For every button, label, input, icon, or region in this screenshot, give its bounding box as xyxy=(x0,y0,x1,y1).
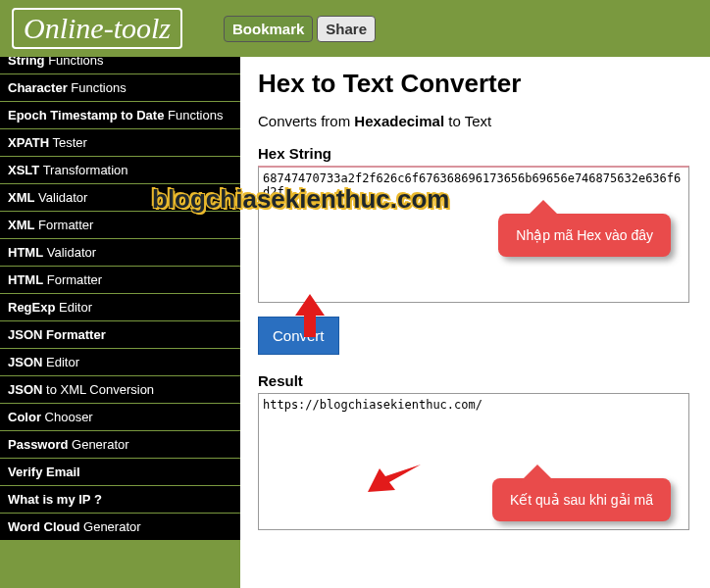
subtitle-suffix: to Text xyxy=(444,113,491,129)
result-label: Result xyxy=(258,372,692,389)
subtitle: Converts from Hexadecimal to Text xyxy=(258,113,692,129)
subtitle-prefix: Converts from xyxy=(258,113,354,129)
content: String FunctionsCharacter FunctionsEpoch… xyxy=(0,57,710,588)
logo[interactable]: Online-toolz xyxy=(12,8,182,49)
sidebar-item[interactable]: Password Generator xyxy=(0,431,240,459)
sidebar-item[interactable]: HTML Validator xyxy=(0,239,240,267)
hex-label: Hex String xyxy=(258,145,692,162)
sidebar-item[interactable]: JSON Editor xyxy=(0,349,240,376)
sidebar-item[interactable]: Word Cloud Generator xyxy=(0,514,240,541)
header-buttons: Bookmark Share xyxy=(224,16,376,42)
callout-result: Kết quả sau khi gải mã xyxy=(492,478,671,521)
main-panel: Hex to Text Converter Converts from Hexa… xyxy=(240,57,710,588)
sidebar-item[interactable]: XPATH Tester xyxy=(0,129,240,157)
share-button[interactable]: Share xyxy=(317,16,376,42)
sidebar-item[interactable]: XSLT Transformation xyxy=(0,157,240,184)
sidebar-item[interactable]: RegExp Editor xyxy=(0,294,240,321)
sidebar-item[interactable]: Verify Email xyxy=(0,459,240,486)
sidebar-item[interactable]: XML Validator xyxy=(0,184,240,212)
sidebar-item[interactable]: JSON to XML Conversion xyxy=(0,376,240,404)
sidebar-item[interactable]: JSON Formatter xyxy=(0,321,240,349)
convert-button[interactable]: Convert xyxy=(258,317,339,355)
page-title: Hex to Text Converter xyxy=(258,69,692,99)
subtitle-bold: Hexadecimal xyxy=(354,113,444,129)
sidebar-item[interactable]: XML Formatter xyxy=(0,212,240,239)
sidebar-item[interactable]: HTML Formatter xyxy=(0,267,240,294)
callout-hex: Nhập mã Hex vào đây xyxy=(498,214,671,257)
sidebar-item[interactable]: Character Functions xyxy=(0,74,240,102)
sidebar-item[interactable]: Epoch Timestamp to Date Functions xyxy=(0,102,240,129)
sidebar: String FunctionsCharacter FunctionsEpoch… xyxy=(0,57,240,588)
sidebar-item[interactable]: String Functions xyxy=(0,57,240,74)
bookmark-button[interactable]: Bookmark xyxy=(224,16,313,42)
sidebar-item[interactable]: What is my IP ? xyxy=(0,486,240,514)
header: Online-toolz Bookmark Share xyxy=(0,0,710,57)
sidebar-item[interactable]: Color Chooser xyxy=(0,404,240,431)
